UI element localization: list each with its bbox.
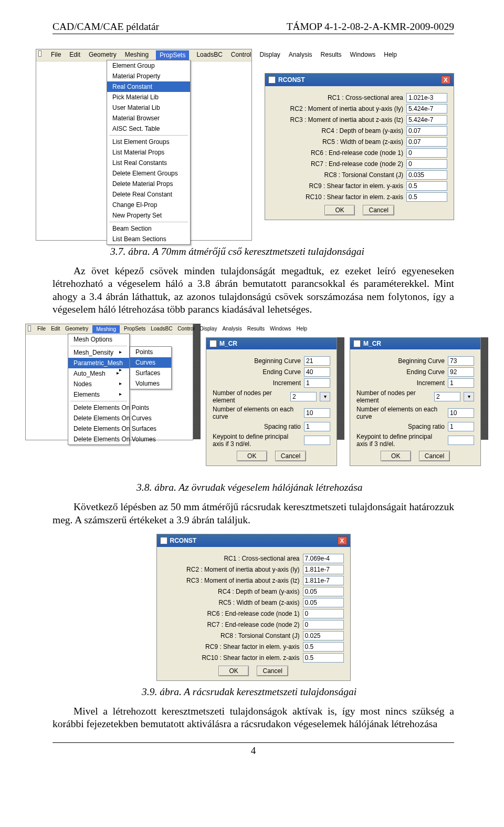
field-input[interactable] (290, 392, 317, 401)
field-input[interactable] (406, 148, 447, 158)
field-input[interactable] (304, 356, 330, 366)
field-input[interactable] (434, 392, 460, 401)
mi-volumes[interactable]: Volumes (130, 378, 171, 389)
field-input[interactable] (303, 598, 344, 607)
menu-meshing[interactable]: Meshing (92, 325, 120, 333)
mi-element-group[interactable]: Element Group (107, 60, 190, 71)
close-icon[interactable]: X (441, 76, 450, 84)
mi-elements[interactable]: Elements (68, 389, 129, 400)
field-input[interactable] (303, 642, 344, 652)
mi-change-el-prop[interactable]: Change El-Prop (107, 200, 190, 210)
mi-list-beam-sections[interactable]: List Beam Sections (107, 234, 190, 244)
field-input[interactable] (303, 587, 344, 596)
field-input[interactable] (303, 554, 344, 563)
menu-edit[interactable]: Edit (50, 325, 61, 333)
menu-geometry[interactable]: Geometry (64, 325, 89, 333)
field-input[interactable] (448, 408, 474, 418)
menu-file[interactable]: File (50, 50, 62, 60)
field-input[interactable] (406, 126, 447, 136)
menu-analysis[interactable]: Analysis (288, 50, 313, 60)
menu-help[interactable]: Help (383, 50, 398, 60)
field-input[interactable] (303, 631, 344, 640)
field-input[interactable] (448, 356, 474, 366)
field-input[interactable] (303, 653, 344, 663)
menu-results[interactable]: Results (246, 325, 266, 333)
menu-file[interactable]: File (36, 325, 47, 333)
mi-points[interactable]: Points (130, 347, 171, 357)
mi-del-el-surfaces[interactable]: Delete Elements On Surfaces (68, 423, 129, 434)
menu-control[interactable]: Control (230, 50, 253, 60)
mi-curves[interactable]: Curves (130, 357, 171, 368)
mi-mesh-density[interactable]: Mesh_Density (68, 347, 129, 358)
field-input[interactable] (448, 436, 474, 445)
mi-real-constant[interactable]: Real Constant (107, 81, 190, 92)
field-input[interactable] (303, 576, 344, 585)
field-input[interactable] (406, 137, 447, 147)
menu-edit[interactable]: Edit (68, 50, 81, 60)
menu-loadsbc[interactable]: LoadsBC (150, 325, 173, 333)
dropdown-icon[interactable]: ▾ (464, 392, 474, 401)
cancel-button[interactable]: Cancel (275, 451, 306, 461)
menu-analysis[interactable]: Analysis (221, 325, 243, 333)
field-input[interactable] (406, 181, 447, 191)
mi-list-element-groups[interactable]: List Element Groups (107, 137, 190, 147)
menu-display[interactable]: Display (259, 50, 281, 60)
ok-button[interactable]: OK (237, 451, 267, 461)
menu-help[interactable]: Help (296, 325, 309, 333)
field-input[interactable] (406, 159, 447, 169)
mi-delete-real-constant[interactable]: Delete Real Constant (107, 189, 190, 200)
field-input[interactable] (304, 367, 330, 377)
mi-delete-material-props[interactable]: Delete Material Props (107, 179, 190, 189)
mi-beam-section[interactable]: Beam Section (107, 223, 190, 234)
field-input[interactable] (303, 609, 344, 618)
field-input[interactable] (304, 436, 330, 445)
field-input[interactable] (448, 378, 474, 388)
ok-button[interactable]: OK (218, 666, 249, 676)
field-input[interactable] (406, 93, 447, 102)
menu-results[interactable]: Results (320, 50, 343, 60)
field-input[interactable] (303, 565, 344, 574)
mi-new-property-set[interactable]: New Property Set (107, 210, 190, 221)
menu-windows[interactable]: Windows (349, 50, 377, 60)
menu-geometry[interactable]: Geometry (88, 50, 118, 60)
cancel-button[interactable]: Cancel (419, 451, 450, 461)
field-input[interactable] (448, 367, 474, 377)
field-input[interactable] (406, 104, 447, 113)
close-icon[interactable]: X (338, 536, 347, 545)
mi-material-property[interactable]: Material Property (107, 71, 190, 81)
mi-parametric-mesh[interactable]: Parametric_Mesh (68, 358, 129, 368)
menu-loadsbc[interactable]: LoadsBC (195, 50, 223, 60)
mi-del-el-volumes[interactable]: Delete Elements On Volumes (68, 434, 129, 444)
menu-display[interactable]: Display (199, 325, 218, 333)
mi-list-real-constants[interactable]: List Real Constants (107, 158, 190, 168)
mi-material-browser[interactable]: Material Browser (107, 113, 190, 123)
menu-control[interactable]: Control (176, 325, 195, 333)
mi-surfaces[interactable]: Surfaces (130, 368, 171, 378)
field-input[interactable] (406, 170, 447, 180)
mi-delete-element-groups[interactable]: Delete Element Groups (107, 168, 190, 179)
dropdown-icon[interactable]: ▾ (320, 392, 330, 401)
field-input[interactable] (448, 422, 474, 431)
cancel-button[interactable]: Cancel (257, 666, 288, 676)
mi-mesh-options[interactable]: Mesh Options (68, 334, 129, 345)
mi-pick-material-lib[interactable]: Pick Material Lib (107, 92, 190, 102)
mi-aisc-sect-table[interactable]: AISC Sect. Table (107, 123, 190, 134)
menu-propsets[interactable]: PropSets (123, 325, 146, 333)
field-input[interactable] (406, 115, 447, 125)
menu-propsets[interactable]: PropSets (156, 50, 189, 60)
field-input[interactable] (303, 620, 344, 629)
field-input[interactable] (304, 378, 330, 388)
menu-windows[interactable]: Windows (269, 325, 292, 333)
menu-meshing[interactable]: Meshing (124, 50, 150, 60)
mi-nodes[interactable]: Nodes (68, 379, 129, 389)
field-input[interactable] (304, 422, 330, 431)
ok-button[interactable]: OK (381, 451, 411, 461)
field-input[interactable] (406, 192, 447, 202)
mi-del-el-curves[interactable]: Delete Elements On Curves (68, 413, 129, 423)
ok-button[interactable]: OK (324, 205, 355, 215)
field-input[interactable] (304, 408, 330, 418)
mi-del-el-points[interactable]: Delete Elements On Points (68, 402, 129, 413)
mi-list-material-props[interactable]: List Material Props (107, 147, 190, 158)
mi-user-material-lib[interactable]: User Material Lib (107, 102, 190, 113)
cancel-button[interactable]: Cancel (363, 205, 394, 215)
